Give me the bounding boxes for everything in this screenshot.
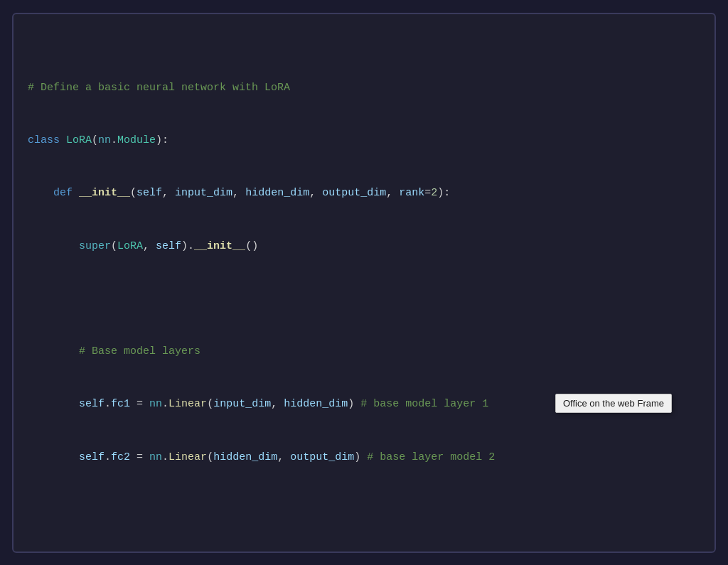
line-4: super(LoRA, self).__init__() <box>28 238 700 256</box>
code-window: # Define a basic neural network with LoR… <box>12 13 716 553</box>
line-5 <box>28 291 700 308</box>
line-9 <box>28 502 700 520</box>
line-3: def __init__(self, input_dim, hidden_dim… <box>28 185 700 203</box>
office-web-frame-tooltip: Office on the web Frame <box>555 394 672 413</box>
line-8: self.fc2 = nn.Linear(hidden_dim, output_… <box>28 449 700 467</box>
line-2: class LoRA(nn.Module): <box>28 132 700 150</box>
code-block: # Define a basic neural network with LoR… <box>28 27 700 553</box>
line-1: # Define a basic neural network with LoR… <box>28 80 700 97</box>
line-6: # Base model layers <box>28 343 700 361</box>
